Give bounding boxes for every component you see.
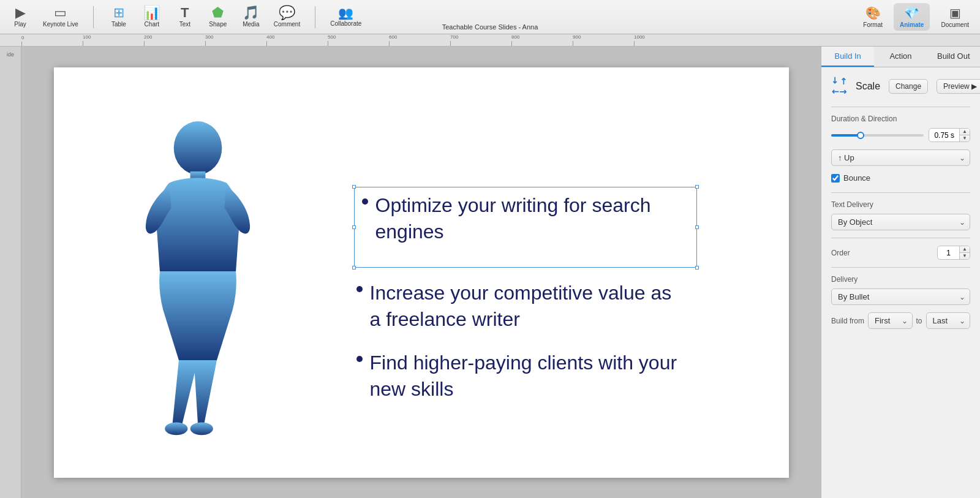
bullet-item-1: Optimize your writing for search engines (362, 192, 685, 245)
panel-content: ↗ ↗ ↗ ↗ Scale Change Preview ▶ Duration … (821, 67, 980, 498)
format-button[interactable]: 🎨 Format (857, 3, 889, 31)
ruler: 0 100 200 300 400 500 600 700 800 900 10… (0, 34, 980, 47)
delivery-row: Delivery By Bullet By Object All at Once (831, 275, 970, 305)
build-from-label: Build from (831, 317, 864, 325)
panel-divider-3 (831, 238, 970, 238)
bullet-text-1: Optimize your writing for search engines (375, 192, 685, 245)
tab-build-out[interactable]: Build Out (927, 47, 980, 67)
duration-slider-track[interactable] (831, 134, 924, 137)
shape-button[interactable]: ⬟ Shape (203, 4, 233, 30)
duration-value: 0.75 s (929, 129, 959, 141)
ruler-tick-800: 800 (511, 34, 519, 40)
playback-group: ▶ Play ▭ Keynote Live (5, 4, 83, 30)
collaborate-button[interactable]: 👥 Collaborate (325, 4, 366, 29)
build-to-dropdown-wrapper: Last First (926, 312, 970, 329)
svg-point-0 (173, 121, 222, 175)
duration-increment[interactable]: ▲ (960, 129, 970, 135)
resize-handle-tr[interactable] (695, 185, 699, 189)
tab-action[interactable]: Action (874, 47, 927, 67)
table-button[interactable]: ⊞ Table (104, 4, 134, 30)
preview-label: Preview (943, 82, 970, 91)
shape-icon: ⬟ (212, 6, 224, 20)
animate-icon: 💎 (904, 6, 919, 20)
bullet-container[interactable]: Optimize your writing for search engines… (354, 187, 697, 420)
preview-button[interactable]: Preview ▶ (937, 79, 980, 94)
panel-divider-4 (831, 267, 970, 268)
bullet-item-selected[interactable]: Optimize your writing for search engines (354, 187, 697, 268)
svg-point-3 (190, 422, 213, 435)
ruler-tick-600: 600 (389, 34, 397, 40)
order-value-box: 1 ▲ ▼ (937, 246, 970, 260)
document-button[interactable]: ▣ Document (935, 3, 975, 31)
chart-button[interactable]: 📊 Chart (137, 4, 167, 30)
bullet-item-3[interactable]: Find higher-paying clients with your new… (354, 350, 697, 402)
build-to-select[interactable]: Last First (926, 312, 970, 329)
ruler-tick-400: 400 (266, 34, 274, 40)
text-delivery-dropdown-row: By Object By Bullet By Word By Character (831, 214, 970, 230)
text-button[interactable]: T Text (170, 4, 200, 30)
ruler-inner: 0 100 200 300 400 500 600 700 800 900 10… (21, 34, 980, 46)
chart-icon: 📊 (143, 6, 160, 20)
bounce-checkbox[interactable] (831, 174, 840, 183)
insert-group: ⊞ Table 📊 Chart T Text ⬟ Shape 🎵 Media 💬 (104, 4, 305, 30)
text-delivery-select[interactable]: By Object By Bullet By Word By Character (831, 214, 970, 230)
document-icon: ▣ (949, 6, 961, 20)
right-panel: Build In Action Build Out ↗ ↗ ↗ ↗ Scale … (821, 47, 980, 498)
keynote-live-icon: ▭ (54, 6, 67, 20)
media-button[interactable]: 🎵 Media (236, 4, 266, 30)
build-tabs: Build In Action Build Out (821, 47, 980, 67)
order-row: Order 1 ▲ ▼ (831, 246, 970, 260)
duration-row: 0.75 s ▲ ▼ (831, 128, 970, 142)
delivery-select[interactable]: By Bullet By Object All at Once (831, 289, 970, 305)
scale-icon-box: ↗ ↗ ↗ ↗ (831, 76, 847, 97)
collaborate-icon: 👥 (338, 7, 353, 19)
format-label: Format (863, 21, 883, 28)
resize-handle-bl[interactable] (352, 266, 356, 270)
build-from-select[interactable]: First Last (868, 312, 912, 329)
play-button[interactable]: ▶ Play (5, 4, 36, 30)
order-value: 1 (938, 247, 959, 259)
bullet-text-2: Increase your competitive value as a fre… (370, 280, 686, 333)
duration-slider-thumb[interactable] (857, 132, 864, 139)
direction-select[interactable]: ↑ Up ↓ Down ← Left → Right (831, 149, 970, 166)
table-icon: ⊞ (113, 6, 124, 20)
resize-handle-mr[interactable] (695, 225, 699, 229)
duration-decrement[interactable]: ▼ (960, 135, 970, 141)
media-label: Media (243, 21, 259, 28)
title-bar: Teachable Course Slides - Anna (442, 0, 538, 34)
ruler-tick-300: 300 (205, 34, 213, 40)
scale-title: Scale (856, 81, 880, 92)
order-decrement[interactable]: ▼ (960, 253, 970, 259)
animate-button[interactable]: 💎 Animate (894, 3, 930, 31)
resize-handle-br[interactable] (695, 266, 699, 270)
bounce-row: Bounce (831, 173, 970, 183)
duration-direction-label: Duration & Direction (831, 115, 970, 123)
scale-arrow-br: ↗ (837, 86, 850, 98)
slide-panel: ide (0, 47, 21, 498)
keynote-live-label: Keynote Live (43, 21, 78, 28)
order-increment[interactable]: ▲ (960, 246, 970, 253)
resize-handle-tl[interactable] (352, 185, 356, 189)
bullet-text-3: Find higher-paying clients with your new… (370, 350, 686, 402)
app-title: Teachable Course Slides - Anna (442, 23, 538, 31)
change-button[interactable]: Change (889, 79, 928, 94)
tab-build-in[interactable]: Build In (821, 47, 874, 67)
chart-label: Chart (145, 21, 159, 28)
keynote-live-button[interactable]: ▭ Keynote Live (38, 4, 83, 30)
comment-label: Comment (274, 21, 300, 28)
bounce-label[interactable]: Bounce (843, 173, 870, 183)
comment-button[interactable]: 💬 Comment (269, 4, 305, 30)
slide-canvas[interactable]: Optimize your writing for search engines… (54, 67, 789, 478)
bullet-item-2[interactable]: Increase your competitive value as a fre… (354, 280, 697, 333)
resize-handle-ml[interactable] (352, 225, 356, 229)
ruler-tick-200: 200 (144, 34, 152, 40)
bullet-dot-3 (356, 356, 363, 362)
toolbar: ▶ Play ▭ Keynote Live ⊞ Table 📊 Chart T … (0, 0, 980, 34)
canvas-area[interactable]: Optimize your writing for search engines… (21, 47, 821, 498)
order-stepper: ▲ ▼ (959, 246, 970, 259)
ruler-tick-100: 100 (83, 34, 91, 40)
svg-point-2 (165, 422, 187, 435)
direction-dropdown-row: ↑ Up ↓ Down ← Left → Right (831, 149, 970, 166)
person-silhouette (127, 119, 268, 487)
animate-label: Animate (900, 21, 924, 28)
